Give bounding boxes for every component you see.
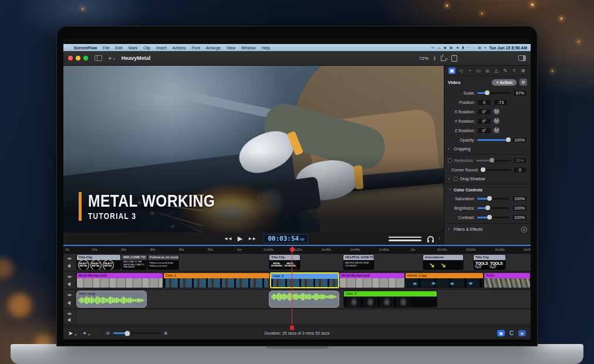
pointer-tool-icon[interactable]: ➤: [68, 330, 73, 336]
zoom-window-button[interactable]: [83, 56, 88, 60]
z-rotation-field[interactable]: 0°: [477, 127, 491, 134]
playhead[interactable]: [292, 246, 292, 328]
tab-video-motion-icon[interactable]: ◔: [466, 68, 473, 74]
timeline-zoom-slider[interactable]: [113, 332, 160, 334]
timeline-clip-title-clip[interactable]: Title ClipHEAVYMETALHEAVYMETALHEAVYMETAL: [76, 254, 121, 270]
camera-icon[interactable]: ◉: [450, 46, 453, 49]
timeline-clip-metal-background[interactable]: Metal-Background: [339, 272, 405, 288]
thumbnail-toggle-icon[interactable]: ▣: [518, 330, 526, 336]
timeline-clip-audio[interactable]: [269, 291, 339, 308]
timeline-clip-tools[interactable]: Tools: [484, 272, 531, 288]
add-clip-button[interactable]: +: [83, 330, 86, 336]
add-media-caret-icon[interactable]: ∨: [113, 56, 115, 60]
timeline-clip-title-clip[interactable]: Title ClipTOOLSOF THE TRADETOOLSOF THE T…: [473, 254, 506, 270]
saturation-value[interactable]: 100%: [512, 196, 527, 202]
scrub-toggle-icon[interactable]: C: [508, 330, 515, 336]
zoom-in-icon[interactable]: ⊕: [164, 331, 168, 336]
timeline-clip-welcome-to-the[interactable]: WELCOME TO THEWELCOME TO THE SHOW WELCOM…: [121, 254, 147, 270]
add-clip-caret-icon[interactable]: ▼: [87, 333, 90, 336]
canvas-size-icon[interactable]: [441, 55, 447, 61]
y-rotation-field[interactable]: 0°: [477, 118, 491, 124]
dropbox-icon[interactable]: ◆: [444, 46, 447, 49]
position-x-field[interactable]: 0: [477, 99, 491, 106]
zoom-out-icon[interactable]: ⊖: [106, 331, 110, 336]
opacity-value[interactable]: 100%: [512, 137, 527, 143]
wifi-icon[interactable]: ◠: [467, 46, 470, 49]
y-rotation-dial[interactable]: [494, 118, 500, 124]
timeline-clip-intro-song[interactable]: Intro song: [76, 291, 147, 308]
timeline-clip-cam-1[interactable]: Cam_1: [163, 272, 270, 288]
minimize-window-button[interactable]: [76, 56, 80, 60]
menu-item-font[interactable]: Font: [189, 46, 203, 50]
contrast-slider[interactable]: [477, 217, 509, 218]
tab-screen-recording-icon[interactable]: ▭: [475, 68, 482, 74]
tab-media-icon[interactable]: ⊞: [519, 68, 526, 74]
menu-item-insert[interactable]: Insert: [153, 46, 170, 50]
timeline-clip-hands-2-jpg[interactable]: Hands_2.jpg: [405, 272, 484, 288]
reflection-checkbox[interactable]: [448, 159, 452, 163]
tab-video-icon[interactable]: ▣: [448, 68, 455, 74]
add-media-button[interactable]: +: [108, 55, 112, 62]
timeline-clip-title-clip[interactable]: Title ClipMETAL WORKINGMETAL WORKING: [269, 254, 301, 270]
x-rotation-field[interactable]: 0°: [477, 109, 491, 115]
search-icon[interactable]: ○: [473, 46, 475, 49]
headphone-monitor-icon[interactable]: [427, 236, 434, 241]
snapping-toggle-icon[interactable]: ▦: [497, 330, 505, 336]
gear-icon[interactable]: ⚙: [519, 79, 527, 86]
menu-item-window[interactable]: Window: [238, 46, 259, 50]
corner-round-slider[interactable]: [481, 169, 511, 171]
pointer-tool-caret-icon[interactable]: ▼: [74, 333, 77, 336]
menu-item-file[interactable]: File: [100, 46, 112, 50]
share-icon[interactable]: [451, 55, 457, 62]
tab-audio-icon[interactable]: ◁: [457, 68, 464, 74]
canvas-zoom-value[interactable]: 72%: [419, 56, 428, 61]
cropping-disclosure-icon[interactable]: ›: [448, 146, 451, 151]
drop-shadow-disclosure-icon[interactable]: ›: [448, 176, 451, 181]
brightness-value[interactable]: 100%: [512, 205, 527, 211]
next-marker-button[interactable]: ►►: [248, 236, 256, 241]
add-action-button[interactable]: + Action: [492, 79, 517, 86]
timeline-clip-helpful-how-to[interactable]: HELPFUL HOW-TOHELPFUL HELPFU HOW-TO'S HO…: [343, 254, 374, 270]
tab-annotations-icon[interactable]: △: [493, 68, 500, 74]
tab-text-icon[interactable]: T: [511, 68, 518, 74]
menu-item-view[interactable]: View: [224, 46, 238, 50]
contrast-value[interactable]: 100%: [512, 214, 527, 221]
position-y-field[interactable]: -73: [494, 99, 508, 106]
x-rotation-dial[interactable]: [494, 109, 500, 114]
menu-item-actions[interactable]: Actions: [170, 46, 189, 50]
tab-callout-icon[interactable]: ◎: [484, 68, 491, 74]
drop-shadow-checkbox[interactable]: [454, 177, 458, 181]
corner-round-value[interactable]: 0: [513, 167, 527, 173]
menu-item-screenflow[interactable]: ScreenFlow: [71, 46, 100, 50]
video-preview-canvas[interactable]: METAL WORKING TUTORIAL 3: [63, 66, 444, 232]
menu-item-edit[interactable]: Edit: [113, 46, 126, 50]
add-filter-icon[interactable]: +: [521, 227, 527, 232]
app-dot-icon[interactable]: ●: [484, 46, 487, 49]
timeline-clip-metal-background[interactable]: Metal-Background: [76, 272, 163, 288]
menu-bar-clock[interactable]: Tue Jun 15 8:58 AM: [489, 46, 527, 50]
playhead-bottom-handle[interactable]: [290, 326, 294, 330]
timeline-clip-follow-us-on-social-m[interactable]: Follow us on social mFollow us on social…: [147, 254, 179, 270]
timeline-clip-cam-2[interactable]: Cam_2: [270, 272, 339, 288]
scale-slider[interactable]: [477, 92, 511, 94]
collapse-chevron-icon[interactable]: ‹: [438, 236, 440, 241]
scale-value[interactable]: 67%: [513, 90, 527, 96]
play-button[interactable]: ▶: [238, 235, 242, 242]
cloud-icon[interactable]: ☁: [437, 46, 441, 49]
playhead-handle[interactable]: [290, 247, 295, 252]
canvas-zoom-stepper[interactable]: ▲▼: [433, 56, 436, 61]
menu-item-help[interactable]: Help: [259, 46, 273, 50]
menu-extras-icon[interactable]: ▤: [478, 46, 481, 49]
close-window-button[interactable]: [68, 56, 73, 60]
tab-draw-icon[interactable]: ✎: [502, 68, 509, 74]
media-library-toggle-icon[interactable]: [95, 55, 102, 61]
brightness-slider[interactable]: [477, 207, 509, 209]
filters-disclosure-icon[interactable]: ›: [448, 227, 451, 232]
timeline-ruler[interactable]: 0s10s20s30s40s50s1m1m10s1m20s1m30s1m40s1…: [63, 246, 531, 254]
color-controls-disclosure-icon[interactable]: ›: [447, 188, 453, 191]
previous-marker-button[interactable]: ◄◄: [224, 236, 232, 241]
z-rotation-dial[interactable]: [494, 127, 500, 133]
volume-icon[interactable]: ◄: [455, 46, 459, 49]
opacity-slider[interactable]: [477, 139, 509, 141]
menu-item-mark[interactable]: Mark: [126, 46, 141, 50]
